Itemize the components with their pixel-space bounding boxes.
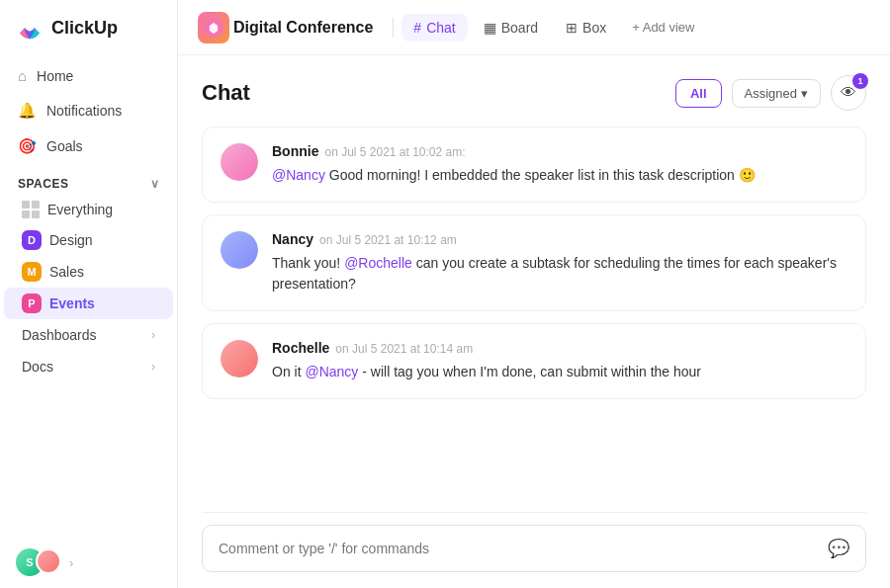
sidebar-item-goals-label: Goals bbox=[46, 138, 83, 154]
box-tab-icon: ⊞ bbox=[566, 20, 578, 36]
chat-tab-label: Chat bbox=[426, 20, 456, 36]
sidebar-item-home-label: Home bbox=[37, 68, 73, 84]
time-bonnie: on Jul 5 2021 at 10:02 am: bbox=[324, 145, 465, 159]
app-logo: ClickUp bbox=[0, 0, 177, 55]
events-label: Events bbox=[49, 295, 95, 311]
message-bonnie-body: Bonnie on Jul 5 2021 at 10:02 am: @Nancy… bbox=[272, 143, 847, 186]
events-badge: P bbox=[22, 294, 42, 313]
everything-icon bbox=[22, 201, 40, 218]
everything-label: Everything bbox=[47, 202, 113, 217]
avatar-bonnie bbox=[221, 143, 258, 181]
message-bonnie-text: @Nancy Good morning! I embedded the spea… bbox=[272, 165, 847, 186]
spaces-list: Everything D Design M Sales P Events bbox=[0, 195, 177, 319]
avatar-user2 bbox=[36, 548, 61, 574]
sidebar-item-notifications[interactable]: 🔔 Notifications bbox=[8, 94, 169, 127]
spaces-label: Spaces bbox=[18, 177, 68, 191]
sidebar-item-everything[interactable]: Everything bbox=[4, 195, 173, 224]
message-nancy-meta: Nancy on Jul 5 2021 at 10:12 am bbox=[272, 231, 847, 247]
filter-all-button[interactable]: All bbox=[675, 79, 722, 108]
message-nancy: Nancy on Jul 5 2021 at 10:12 am Thank yo… bbox=[202, 214, 866, 311]
tab-chat[interactable]: # Chat bbox=[401, 14, 467, 42]
message-nancy-body: Nancy on Jul 5 2021 at 10:12 am Thank yo… bbox=[272, 231, 847, 294]
goals-icon: 🎯 bbox=[18, 137, 37, 155]
author-rochelle: Rochelle bbox=[272, 340, 329, 356]
rochelle-text-after: - will tag you when I'm done, can submit… bbox=[362, 364, 701, 379]
mention-rochelle: @Rochelle bbox=[344, 255, 412, 271]
sidebar-navigation: ⌂ Home 🔔 Notifications 🎯 Goals bbox=[0, 55, 177, 167]
chat-tab-icon: # bbox=[413, 20, 421, 36]
nancy-text-before: Thank you! bbox=[272, 255, 344, 271]
message-bonnie-meta: Bonnie on Jul 5 2021 at 10:02 am: bbox=[272, 143, 847, 159]
dashboards-chevron-icon: › bbox=[151, 328, 155, 342]
clickup-logo-icon bbox=[16, 14, 44, 42]
watch-count-badge: 1 bbox=[852, 73, 868, 89]
sidebar-item-notifications-label: Notifications bbox=[46, 103, 122, 119]
sidebar-item-goals[interactable]: 🎯 Goals bbox=[8, 129, 169, 163]
filter-dropdown-icon: ▾ bbox=[801, 86, 808, 101]
chat-header: Chat All Assigned ▾ 👁 1 bbox=[202, 55, 866, 126]
board-tab-label: Board bbox=[501, 20, 538, 36]
comment-bar: 💬 bbox=[202, 512, 866, 588]
avatar-nancy bbox=[221, 231, 258, 269]
topbar-divider bbox=[393, 18, 394, 38]
tab-board[interactable]: ▦ Board bbox=[472, 14, 550, 42]
project-title: Digital Conference bbox=[233, 19, 373, 37]
chat-area: Chat All Assigned ▾ 👁 1 bbox=[178, 55, 890, 588]
home-icon: ⌂ bbox=[18, 67, 27, 84]
rochelle-text-before: On it bbox=[272, 364, 305, 379]
box-tab-label: Box bbox=[582, 20, 606, 36]
chat-header-controls: All Assigned ▾ 👁 1 bbox=[675, 75, 866, 111]
tab-box[interactable]: ⊞ Box bbox=[554, 14, 618, 42]
message-bonnie-content: Good morning! I embedded the speaker lis… bbox=[329, 167, 756, 183]
sidebar-item-docs[interactable]: Docs › bbox=[4, 351, 173, 382]
spaces-collapse-icon[interactable]: ∨ bbox=[150, 177, 160, 191]
messages-list: Bonnie on Jul 5 2021 at 10:02 am: @Nancy… bbox=[202, 126, 866, 512]
sales-label: Sales bbox=[49, 264, 84, 280]
filter-assigned-button[interactable]: Assigned ▾ bbox=[732, 79, 821, 108]
docs-chevron-icon: › bbox=[151, 360, 155, 374]
sidebar-item-dashboards[interactable]: Dashboards › bbox=[4, 319, 173, 351]
message-rochelle-body: Rochelle on Jul 5 2021 at 10:14 am On it… bbox=[272, 340, 847, 382]
time-nancy: on Jul 5 2021 at 10:12 am bbox=[319, 233, 457, 247]
chat-title: Chat bbox=[202, 80, 250, 106]
app-name: ClickUp bbox=[51, 18, 118, 39]
mention-nancy-1: @Nancy bbox=[272, 167, 325, 183]
board-tab-icon: ▦ bbox=[484, 20, 496, 36]
author-bonnie: Bonnie bbox=[272, 143, 318, 159]
time-rochelle: on Jul 5 2021 at 10:14 am bbox=[335, 342, 473, 356]
message-rochelle-text: On it @Nancy - will tag you when I'm don… bbox=[272, 362, 847, 382]
add-view-label: + Add view bbox=[632, 20, 694, 35]
sidebar: ClickUp ⌂ Home 🔔 Notifications 🎯 Goals S… bbox=[0, 0, 178, 588]
sidebar-item-sales[interactable]: M Sales bbox=[4, 256, 173, 288]
docs-label: Docs bbox=[22, 359, 53, 375]
main-content: Digital Conference # Chat ▦ Board ⊞ Box … bbox=[178, 0, 890, 588]
filter-assigned-label: Assigned bbox=[745, 86, 797, 101]
avatar-rochelle bbox=[221, 340, 258, 378]
user-menu-chevron[interactable]: › bbox=[69, 555, 73, 570]
sidebar-item-events[interactable]: P Events bbox=[4, 288, 173, 319]
sales-badge: M bbox=[22, 262, 42, 282]
sidebar-item-design[interactable]: D Design bbox=[4, 224, 173, 256]
comment-input-wrapper: 💬 bbox=[202, 525, 866, 572]
user-avatars: S bbox=[16, 548, 61, 576]
message-nancy-text: Thank you! @Rochelle can you create a su… bbox=[272, 253, 847, 294]
sidebar-bottom: S › bbox=[0, 537, 177, 588]
message-rochelle: Rochelle on Jul 5 2021 at 10:14 am On it… bbox=[202, 323, 866, 399]
message-rochelle-meta: Rochelle on Jul 5 2021 at 10:14 am bbox=[272, 340, 847, 356]
mention-nancy-2: @Nancy bbox=[305, 364, 358, 379]
spaces-section-header: Spaces ∨ bbox=[0, 167, 177, 195]
bell-icon: 🔔 bbox=[18, 102, 37, 120]
send-icon: 💬 bbox=[828, 538, 849, 559]
add-view-button[interactable]: + Add view bbox=[622, 14, 704, 41]
watch-badge-container: 👁 1 bbox=[831, 75, 866, 111]
topbar: Digital Conference # Chat ▦ Board ⊞ Box … bbox=[178, 0, 890, 55]
author-nancy: Nancy bbox=[272, 231, 313, 247]
comment-input[interactable] bbox=[219, 541, 818, 556]
sidebar-item-home[interactable]: ⌂ Home bbox=[8, 59, 169, 92]
dashboards-label: Dashboards bbox=[22, 327, 97, 343]
design-badge: D bbox=[22, 230, 42, 250]
message-bonnie: Bonnie on Jul 5 2021 at 10:02 am: @Nancy… bbox=[202, 126, 866, 203]
design-label: Design bbox=[49, 232, 93, 248]
project-icon bbox=[198, 12, 229, 43]
